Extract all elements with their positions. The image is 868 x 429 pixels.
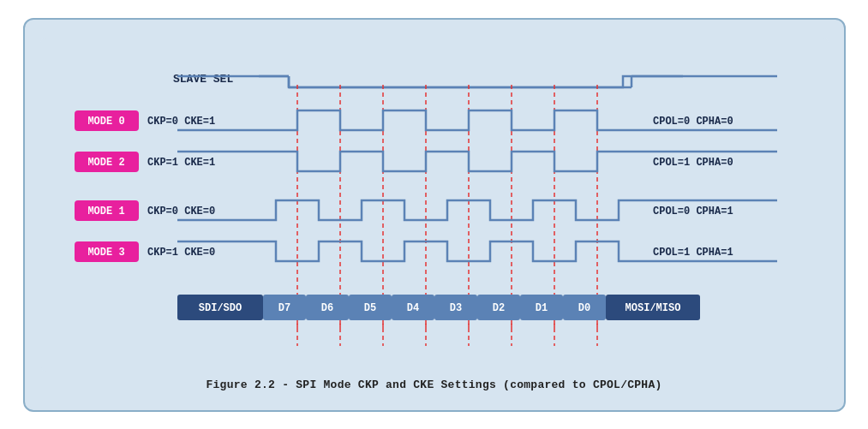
d7-label: D7 bbox=[278, 302, 290, 314]
d6-label: D6 bbox=[320, 302, 332, 314]
slave-sel-label: SLAVE SEL bbox=[173, 73, 233, 86]
mode1-right: CPOL=0 CPHA=1 bbox=[653, 206, 733, 217]
d1-label: D1 bbox=[535, 302, 547, 314]
mosi-miso-label: MOSI/MISO bbox=[625, 302, 680, 314]
figure-caption: Figure 2.2 - SPI Mode CKP and CKE Settin… bbox=[206, 378, 661, 391]
diagram-container: SLAVE SEL bbox=[23, 18, 846, 412]
mode3-right: CPOL=1 CPHA=1 bbox=[653, 247, 733, 259]
mode1-params: CKP=0 CKE=0 bbox=[147, 206, 215, 217]
mode3-params: CKP=1 CKE=0 bbox=[147, 247, 215, 259]
mode2-label: MODE 2 bbox=[87, 157, 124, 169]
mode2-right: CPOL=1 CPHA=0 bbox=[653, 157, 733, 169]
d0-label: D0 bbox=[578, 302, 590, 314]
mode0-right: CPOL=0 CPHA=0 bbox=[653, 116, 733, 128]
mode0-label: MODE 0 bbox=[87, 116, 124, 128]
d4-label: D4 bbox=[406, 302, 418, 314]
d3-label: D3 bbox=[449, 302, 461, 314]
mode3-label: MODE 3 bbox=[87, 247, 124, 259]
d5-label: D5 bbox=[363, 302, 375, 314]
diagram-area: SLAVE SEL bbox=[40, 38, 829, 372]
mode1-label: MODE 1 bbox=[87, 206, 124, 217]
d2-label: D2 bbox=[492, 302, 504, 314]
mode2-params: CKP=1 CKE=1 bbox=[147, 157, 215, 169]
mode0-params: CKP=0 CKE=1 bbox=[147, 116, 215, 128]
sdi-sdo-label: SDI/SDO bbox=[198, 302, 241, 314]
timing-diagram-svg: SLAVE SEL bbox=[40, 38, 829, 372]
